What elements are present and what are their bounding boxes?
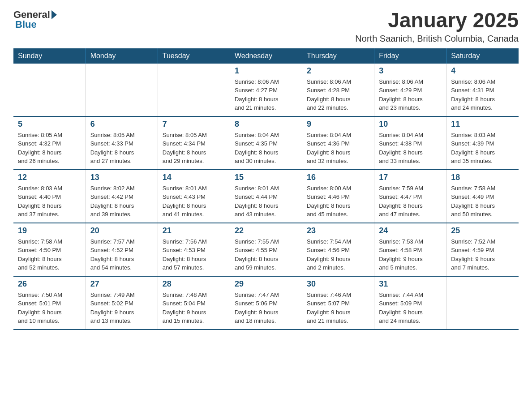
- day-number: 27: [90, 279, 153, 289]
- day-number: 6: [90, 120, 153, 129]
- day-number: 29: [235, 279, 297, 289]
- day-info: Sunrise: 8:00 AM Sunset: 4:46 PM Dayligh…: [307, 184, 369, 219]
- calendar-cell: 22Sunrise: 7:55 AM Sunset: 4:55 PM Dayli…: [230, 223, 302, 276]
- day-number: 19: [18, 226, 81, 235]
- header-cell-thursday: Thursday: [302, 48, 374, 64]
- day-number: 18: [451, 173, 514, 182]
- day-number: 12: [18, 173, 81, 182]
- month-year-title: January 2025: [355, 9, 519, 32]
- calendar-cell: [158, 64, 230, 116]
- title-block: January 2025 North Saanich, British Colu…: [355, 9, 519, 44]
- calendar-cell: 9Sunrise: 8:04 AM Sunset: 4:36 PM Daylig…: [302, 116, 374, 170]
- calendar-cell: 21Sunrise: 7:56 AM Sunset: 4:53 PM Dayli…: [158, 223, 230, 276]
- calendar-cell: 11Sunrise: 8:03 AM Sunset: 4:39 PM Dayli…: [446, 116, 519, 170]
- day-number: 2: [307, 66, 369, 76]
- header-cell-tuesday: Tuesday: [158, 48, 230, 64]
- calendar-cell: 18Sunrise: 7:58 AM Sunset: 4:49 PM Dayli…: [446, 170, 519, 223]
- header-cell-monday: Monday: [86, 48, 158, 64]
- day-number: 4: [451, 66, 514, 76]
- day-info: Sunrise: 7:46 AM Sunset: 5:07 PM Dayligh…: [307, 291, 369, 325]
- calendar-cell: 5Sunrise: 8:05 AM Sunset: 4:32 PM Daylig…: [13, 116, 86, 170]
- calendar-cell: 7Sunrise: 8:05 AM Sunset: 4:34 PM Daylig…: [158, 116, 230, 170]
- location-subtitle: North Saanich, British Columbia, Canada: [355, 34, 519, 44]
- calendar-body: 1Sunrise: 8:06 AM Sunset: 4:27 PM Daylig…: [13, 64, 519, 330]
- logo: General Blue: [13, 9, 57, 30]
- calendar-cell: 15Sunrise: 8:01 AM Sunset: 4:44 PM Dayli…: [230, 170, 302, 223]
- calendar-week-4: 19Sunrise: 7:58 AM Sunset: 4:50 PM Dayli…: [13, 223, 519, 276]
- day-info: Sunrise: 7:58 AM Sunset: 4:50 PM Dayligh…: [18, 237, 81, 272]
- day-info: Sunrise: 7:44 AM Sunset: 5:09 PM Dayligh…: [379, 291, 442, 325]
- calendar-cell: 6Sunrise: 8:05 AM Sunset: 4:33 PM Daylig…: [86, 116, 158, 170]
- day-info: Sunrise: 8:06 AM Sunset: 4:27 PM Dayligh…: [235, 77, 297, 112]
- day-number: 31: [379, 279, 442, 289]
- day-info: Sunrise: 7:56 AM Sunset: 4:53 PM Dayligh…: [163, 237, 225, 272]
- day-info: Sunrise: 8:05 AM Sunset: 4:33 PM Dayligh…: [90, 131, 153, 166]
- calendar-cell: 27Sunrise: 7:49 AM Sunset: 5:02 PM Dayli…: [86, 276, 158, 330]
- calendar-cell: 28Sunrise: 7:48 AM Sunset: 5:04 PM Dayli…: [158, 276, 230, 330]
- day-info: Sunrise: 7:47 AM Sunset: 5:06 PM Dayligh…: [235, 291, 297, 325]
- calendar-week-1: 1Sunrise: 8:06 AM Sunset: 4:27 PM Daylig…: [13, 64, 519, 116]
- calendar-cell: 2Sunrise: 8:06 AM Sunset: 4:28 PM Daylig…: [302, 64, 374, 116]
- day-number: 13: [90, 173, 153, 182]
- calendar-cell: 14Sunrise: 8:01 AM Sunset: 4:43 PM Dayli…: [158, 170, 230, 223]
- day-number: 14: [163, 173, 225, 182]
- day-number: 9: [307, 120, 369, 129]
- day-info: Sunrise: 8:02 AM Sunset: 4:42 PM Dayligh…: [90, 184, 153, 219]
- day-number: 17: [379, 173, 442, 182]
- day-info: Sunrise: 8:05 AM Sunset: 4:34 PM Dayligh…: [163, 131, 225, 166]
- day-number: 8: [235, 120, 297, 129]
- calendar-cell: 24Sunrise: 7:53 AM Sunset: 4:58 PM Dayli…: [374, 223, 446, 276]
- calendar-cell: 25Sunrise: 7:52 AM Sunset: 4:59 PM Dayli…: [446, 223, 519, 276]
- day-info: Sunrise: 7:54 AM Sunset: 4:56 PM Dayligh…: [307, 237, 369, 272]
- page-header: General Blue January 2025 North Saanich,…: [13, 9, 519, 44]
- calendar-cell: 17Sunrise: 7:59 AM Sunset: 4:47 PM Dayli…: [374, 170, 446, 223]
- day-info: Sunrise: 8:01 AM Sunset: 4:43 PM Dayligh…: [163, 184, 225, 219]
- day-info: Sunrise: 8:06 AM Sunset: 4:31 PM Dayligh…: [451, 77, 514, 112]
- day-info: Sunrise: 8:06 AM Sunset: 4:29 PM Dayligh…: [379, 77, 442, 112]
- header-cell-wednesday: Wednesday: [230, 48, 302, 64]
- day-info: Sunrise: 7:50 AM Sunset: 5:01 PM Dayligh…: [18, 291, 81, 325]
- day-number: 20: [90, 226, 153, 235]
- day-number: 21: [163, 226, 225, 235]
- calendar-cell: 8Sunrise: 8:04 AM Sunset: 4:35 PM Daylig…: [230, 116, 302, 170]
- calendar-cell: 12Sunrise: 8:03 AM Sunset: 4:40 PM Dayli…: [13, 170, 86, 223]
- day-number: 5: [18, 120, 81, 129]
- day-info: Sunrise: 7:52 AM Sunset: 4:59 PM Dayligh…: [451, 237, 514, 272]
- calendar-week-2: 5Sunrise: 8:05 AM Sunset: 4:32 PM Daylig…: [13, 116, 519, 170]
- day-number: 11: [451, 120, 514, 129]
- calendar-cell: 31Sunrise: 7:44 AM Sunset: 5:09 PM Dayli…: [374, 276, 446, 330]
- day-number: 3: [379, 66, 442, 76]
- header-cell-friday: Friday: [374, 48, 446, 64]
- day-number: 1: [235, 66, 297, 76]
- day-number: 16: [307, 173, 369, 182]
- day-number: 15: [235, 173, 297, 182]
- calendar-cell: 19Sunrise: 7:58 AM Sunset: 4:50 PM Dayli…: [13, 223, 86, 276]
- day-info: Sunrise: 7:59 AM Sunset: 4:47 PM Dayligh…: [379, 184, 442, 219]
- day-info: Sunrise: 7:55 AM Sunset: 4:55 PM Dayligh…: [235, 237, 297, 272]
- day-info: Sunrise: 8:06 AM Sunset: 4:28 PM Dayligh…: [307, 77, 369, 112]
- day-info: Sunrise: 7:57 AM Sunset: 4:52 PM Dayligh…: [90, 237, 153, 272]
- header-row: SundayMondayTuesdayWednesdayThursdayFrid…: [13, 48, 519, 64]
- calendar-cell: 10Sunrise: 8:04 AM Sunset: 4:38 PM Dayli…: [374, 116, 446, 170]
- calendar-cell: 4Sunrise: 8:06 AM Sunset: 4:31 PM Daylig…: [446, 64, 519, 116]
- calendar-cell: 20Sunrise: 7:57 AM Sunset: 4:52 PM Dayli…: [86, 223, 158, 276]
- calendar-week-3: 12Sunrise: 8:03 AM Sunset: 4:40 PM Dayli…: [13, 170, 519, 223]
- day-number: 23: [307, 226, 369, 235]
- logo-arrow-icon: [51, 10, 57, 19]
- day-info: Sunrise: 8:05 AM Sunset: 4:32 PM Dayligh…: [18, 131, 81, 166]
- day-info: Sunrise: 7:48 AM Sunset: 5:04 PM Dayligh…: [163, 291, 225, 325]
- day-number: 24: [379, 226, 442, 235]
- calendar-week-5: 26Sunrise: 7:50 AM Sunset: 5:01 PM Dayli…: [13, 276, 519, 330]
- day-number: 10: [379, 120, 442, 129]
- day-info: Sunrise: 8:04 AM Sunset: 4:36 PM Dayligh…: [307, 131, 369, 166]
- day-info: Sunrise: 8:01 AM Sunset: 4:44 PM Dayligh…: [235, 184, 297, 219]
- calendar-cell: 3Sunrise: 8:06 AM Sunset: 4:29 PM Daylig…: [374, 64, 446, 116]
- day-info: Sunrise: 7:53 AM Sunset: 4:58 PM Dayligh…: [379, 237, 442, 272]
- day-number: 26: [18, 279, 81, 289]
- calendar-cell: 13Sunrise: 8:02 AM Sunset: 4:42 PM Dayli…: [86, 170, 158, 223]
- calendar-cell: [446, 276, 519, 330]
- day-info: Sunrise: 8:04 AM Sunset: 4:38 PM Dayligh…: [379, 131, 442, 166]
- day-number: 7: [163, 120, 225, 129]
- day-info: Sunrise: 8:03 AM Sunset: 4:40 PM Dayligh…: [18, 184, 81, 219]
- calendar-cell: [13, 64, 86, 116]
